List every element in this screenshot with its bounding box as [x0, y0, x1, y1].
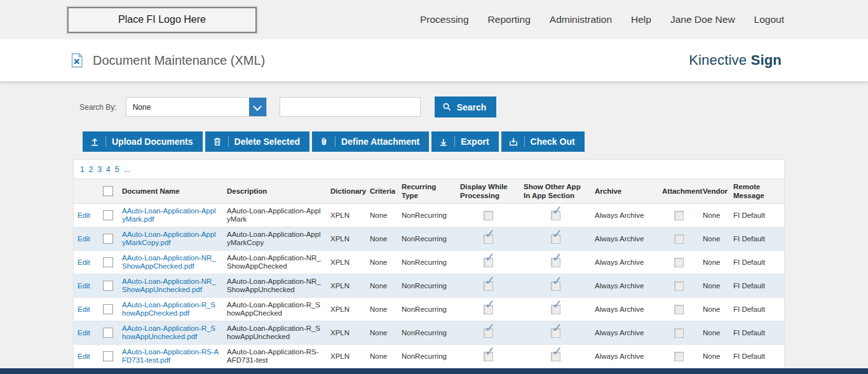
- attachment-checkbox: [674, 328, 684, 338]
- nav-administration[interactable]: Administration: [550, 14, 612, 25]
- page-header: Document Maintenance (XML) Kinective Sig…: [0, 39, 868, 81]
- remote-message-cell: FI Default: [729, 321, 784, 345]
- doc-name-link[interactable]: AAuto-Loan-Application-ApplyMarkCopy.pdf: [122, 230, 216, 246]
- edit-link[interactable]: Edit: [78, 258, 90, 266]
- page-link-3[interactable]: 3: [97, 165, 102, 174]
- criteria-cell: None: [366, 274, 398, 298]
- table-row: Edit AAuto-Loan-Application-R_ShowAppUnc…: [74, 321, 784, 345]
- recurring-type-cell: NonRecurring: [398, 345, 456, 368]
- attachment-checkbox: [674, 234, 684, 244]
- row-select-checkbox[interactable]: [103, 328, 113, 338]
- nav-reporting[interactable]: Reporting: [488, 14, 531, 25]
- vendor-cell: None: [699, 251, 729, 274]
- recurring-type-cell: NonRecurring: [398, 274, 456, 298]
- edit-link[interactable]: Edit: [78, 352, 90, 360]
- col-archive: Archive: [591, 179, 658, 204]
- doc-name-link[interactable]: AAuto-Loan-Application-R_ShowAppChecked.…: [122, 301, 215, 317]
- remote-message-cell: FI Default: [729, 298, 784, 321]
- remote-message-cell: FI Default: [729, 204, 784, 227]
- criteria-cell: None: [366, 321, 398, 345]
- description-cell: AAuto-Loan-Application-ApplyMark: [223, 204, 327, 227]
- doc-name-link[interactable]: AAuto-Loan-Application-NR_ShowAppChecked…: [122, 254, 216, 270]
- table-row: Edit AAuto-Loan-Application-NR_ShowAppUn…: [74, 274, 784, 298]
- table-body: Edit AAuto-Loan-Application-ApplyMark.pd…: [74, 204, 784, 374]
- brand-suffix: Sign: [751, 52, 782, 68]
- doc-name-link[interactable]: AAuto-Loan-Application-ApplyMark.pdf: [122, 207, 216, 223]
- dwp-checkbox: [484, 234, 493, 244]
- fi-logo-placeholder: Place FI Logo Here: [67, 7, 257, 33]
- main-content: Search By: None Search Upload Documents …: [0, 81, 868, 374]
- vendor-cell: None: [699, 345, 729, 368]
- row-select-checkbox[interactable]: [103, 351, 113, 361]
- dwp-checkbox: [484, 328, 493, 338]
- download-icon: [438, 137, 455, 147]
- doc-name-link[interactable]: AAuto-Loan-Application-RS-AFD731-test.pd…: [122, 348, 219, 364]
- doc-name-link[interactable]: AAuto-Loan-Application-NR_ShowAppUncheck…: [122, 277, 216, 293]
- col-description: Description: [223, 179, 327, 204]
- edit-link[interactable]: Edit: [78, 282, 90, 290]
- vendor-cell: None: [699, 274, 729, 298]
- documents-table-card: 12345... Document Name Description Dicti…: [73, 159, 785, 374]
- col-document-name: Document Name: [118, 179, 223, 204]
- row-select-checkbox[interactable]: [103, 234, 113, 244]
- remote-message-cell: FI Default: [729, 251, 784, 274]
- dwp-checkbox: [484, 211, 493, 220]
- footer-bar: [0, 368, 868, 374]
- edit-link[interactable]: Edit: [78, 305, 90, 313]
- export-button[interactable]: Export: [431, 131, 498, 152]
- page-link-2[interactable]: 2: [89, 165, 93, 174]
- paperclip-icon: [319, 137, 336, 147]
- col-show-other-app: Show Other App In App Section: [520, 179, 591, 204]
- table-row: Edit AAuto-Loan-Application-NR_ShowAppCh…: [74, 251, 784, 274]
- archive-cell: Always Archive: [591, 321, 658, 345]
- row-select-checkbox[interactable]: [103, 210, 113, 220]
- search-bar: Search By: None Search: [79, 97, 868, 117]
- dictionary-cell: XPLN: [327, 204, 366, 227]
- page-link-1[interactable]: 1: [80, 165, 85, 174]
- attachment-checkbox: [674, 258, 684, 267]
- search-input[interactable]: [280, 97, 421, 117]
- show-other-app-checkbox: [551, 234, 560, 244]
- upload-documents-button[interactable]: Upload Documents: [83, 131, 203, 152]
- select-all-checkbox[interactable]: [103, 186, 113, 196]
- remote-message-cell: FI Default: [729, 274, 784, 298]
- criteria-cell: None: [366, 345, 398, 368]
- page-link-5[interactable]: 5: [115, 165, 119, 174]
- nav-user-menu[interactable]: Jane Doe New: [670, 14, 735, 25]
- row-select-checkbox[interactable]: [103, 304, 113, 314]
- check-out-button[interactable]: Check Out: [501, 131, 585, 152]
- dictionary-cell: XPLN: [327, 274, 366, 298]
- remote-message-cell: FI Default: [729, 227, 784, 251]
- page-link-more[interactable]: ...: [123, 165, 130, 174]
- recurring-type-cell: NonRecurring: [398, 227, 456, 251]
- criteria-cell: None: [366, 227, 398, 251]
- nav-help[interactable]: Help: [631, 14, 651, 25]
- search-button[interactable]: Search: [435, 97, 497, 117]
- toolbar: Upload Documents Delete Selected Define …: [83, 131, 868, 152]
- pagination: 12345...: [74, 160, 784, 178]
- col-display-while-processing: Display While Processing: [456, 179, 520, 204]
- edit-column-header: [74, 179, 99, 204]
- nav-logout[interactable]: Logout: [754, 14, 784, 25]
- page-link-4[interactable]: 4: [106, 165, 111, 174]
- define-attachment-button[interactable]: Define Attachment: [312, 131, 429, 152]
- archive-cell: Always Archive: [591, 204, 658, 227]
- edit-link[interactable]: Edit: [78, 329, 90, 337]
- dictionary-cell: XPLN: [327, 251, 366, 274]
- chevron-down-icon[interactable]: [249, 98, 266, 116]
- edit-link[interactable]: Edit: [78, 211, 90, 219]
- search-by-dropdown[interactable]: None: [126, 97, 267, 117]
- table-row: Edit AAuto-Loan-Application-RS-AFD731-te…: [74, 345, 784, 368]
- description-cell: AAuto-Loan-Application-R_ShowAppUnchecke…: [223, 321, 327, 345]
- dictionary-cell: XPLN: [327, 227, 366, 251]
- row-select-checkbox[interactable]: [103, 257, 113, 267]
- fi-logo-text: Place FI Logo Here: [118, 14, 206, 25]
- row-select-checkbox[interactable]: [103, 281, 113, 291]
- attachment-checkbox: [674, 305, 684, 314]
- doc-name-link[interactable]: AAuto-Loan-Application-R_ShowAppUnchecke…: [122, 324, 215, 340]
- edit-link[interactable]: Edit: [78, 235, 90, 243]
- table-row: Edit AAuto-Loan-Application-R_ShowAppChe…: [74, 298, 784, 321]
- delete-selected-button[interactable]: Delete Selected: [205, 131, 310, 152]
- upload-icon: [90, 137, 106, 147]
- nav-processing[interactable]: Processing: [420, 14, 469, 25]
